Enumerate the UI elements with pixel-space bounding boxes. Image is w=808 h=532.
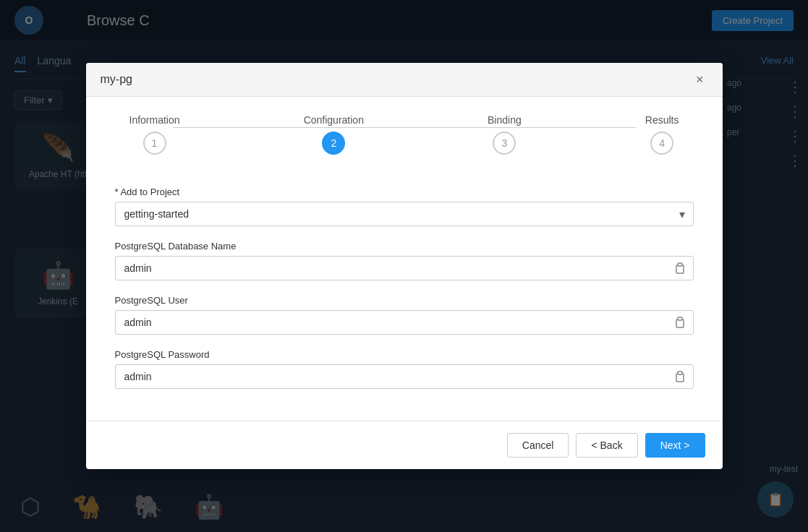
modal-overlay: my-pg × Information 1 Configuration 2 Bi…	[0, 0, 808, 532]
step-information-circle: 1	[143, 132, 166, 155]
step-configuration: Configuration 2	[304, 114, 364, 155]
step-configuration-label: Configuration	[304, 114, 364, 126]
step-information: Information 1	[129, 114, 180, 155]
pg-password-label: PostgreSQL Password	[115, 349, 694, 360]
svg-rect-3	[678, 317, 682, 320]
add-to-project-group: * Add to Project getting-started default…	[115, 186, 694, 226]
pg-user-input-wrapper	[115, 310, 694, 335]
db-name-input-wrapper	[115, 256, 694, 280]
modal-close-button[interactable]: ×	[692, 72, 708, 87]
add-to-project-select-wrapper: getting-started default my-project ▾	[115, 202, 694, 226]
pg-password-paste-icon	[673, 370, 686, 383]
db-name-paste-icon	[673, 262, 686, 275]
step-configuration-circle: 2	[322, 132, 345, 155]
modal-body: * Add to Project getting-started default…	[86, 169, 723, 421]
pg-password-input-wrapper	[115, 364, 694, 389]
next-button[interactable]: Next >	[645, 433, 705, 458]
modal-footer: Cancel < Back Next >	[86, 421, 723, 469]
cancel-button[interactable]: Cancel	[507, 433, 569, 458]
step-binding-circle: 3	[493, 132, 516, 155]
step-binding: Binding 3	[488, 114, 522, 155]
add-to-project-select[interactable]: getting-started default my-project	[115, 202, 694, 226]
db-name-label: PostgreSQL Database Name	[115, 241, 694, 252]
stepper: Information 1 Configuration 2 Binding 3 …	[86, 97, 723, 169]
pg-user-input[interactable]	[115, 310, 694, 335]
svg-rect-1	[678, 263, 682, 266]
svg-rect-5	[678, 372, 682, 374]
back-button[interactable]: < Back	[576, 433, 637, 458]
pg-user-group: PostgreSQL User	[115, 295, 694, 335]
modal-title: my-pg	[101, 73, 132, 86]
modal-dialog: my-pg × Information 1 Configuration 2 Bi…	[86, 63, 723, 469]
db-name-input[interactable]	[115, 256, 694, 280]
pg-user-paste-icon	[673, 316, 686, 329]
step-binding-label: Binding	[488, 114, 522, 126]
add-to-project-label: * Add to Project	[115, 186, 694, 197]
pg-user-label: PostgreSQL User	[115, 295, 694, 306]
modal-header: my-pg ×	[86, 63, 723, 97]
pg-password-group: PostgreSQL Password	[115, 349, 694, 389]
step-results-circle: 4	[650, 132, 673, 155]
db-name-group: PostgreSQL Database Name	[115, 241, 694, 280]
step-results: Results 4	[645, 114, 679, 155]
pg-password-input[interactable]	[115, 364, 694, 389]
step-results-label: Results	[645, 114, 679, 126]
step-information-label: Information	[129, 114, 180, 126]
